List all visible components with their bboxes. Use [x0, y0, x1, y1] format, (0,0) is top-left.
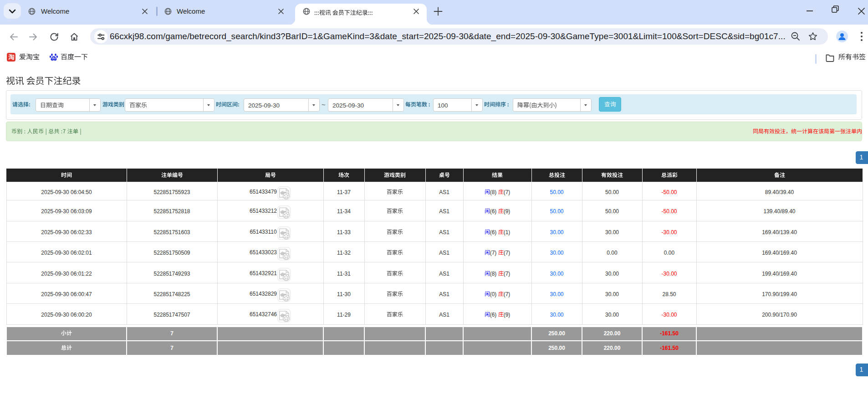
svg-text:du: du — [52, 56, 56, 60]
